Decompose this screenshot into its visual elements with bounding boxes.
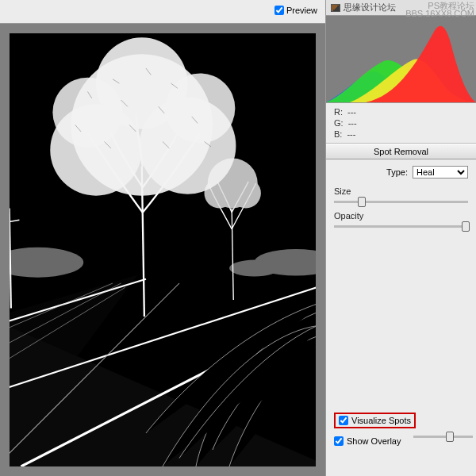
size-label: Size bbox=[334, 186, 468, 196]
panel-title-text: 思缘设计论坛 bbox=[344, 2, 396, 13]
size-slider[interactable] bbox=[334, 201, 468, 203]
opacity-label: Opacity bbox=[334, 211, 468, 221]
bottom-options: Visualize Spots Show Overlay bbox=[326, 406, 476, 460]
rgb-readout: R:--- G:--- B:--- bbox=[326, 103, 476, 144]
svg-point-23 bbox=[52, 78, 122, 148]
spot-removal-header[interactable]: Spot Removal bbox=[326, 144, 476, 159]
watermark: PS教程论坛 BBS.16XX8.COM bbox=[405, 2, 474, 17]
visualize-spots-highlight: Visualize Spots bbox=[334, 413, 416, 428]
b-value: --- bbox=[347, 129, 355, 140]
type-label: Type: bbox=[386, 167, 408, 177]
g-label: G: bbox=[334, 117, 344, 129]
type-select[interactable]: Heal bbox=[413, 166, 468, 178]
show-overlay-label: Show Overlay bbox=[347, 436, 401, 446]
visualize-spots-checkbox[interactable] bbox=[339, 416, 348, 425]
visualize-spots-canvas[interactable] bbox=[10, 33, 316, 466]
preview-checkbox[interactable] bbox=[274, 6, 284, 15]
preview-label: Preview bbox=[286, 6, 317, 15]
spot-controls: Type: Heal Size Opacity bbox=[326, 159, 476, 242]
image-viewport bbox=[0, 24, 325, 476]
profile-swatch-icon bbox=[331, 4, 340, 12]
show-overlay-checkbox[interactable] bbox=[334, 436, 344, 446]
opacity-slider[interactable] bbox=[334, 225, 468, 228]
r-label: R: bbox=[334, 106, 343, 117]
svg-point-24 bbox=[165, 73, 235, 143]
histogram[interactable] bbox=[326, 16, 476, 103]
preview-checkbox-group[interactable]: Preview bbox=[274, 6, 317, 15]
svg-point-11 bbox=[229, 260, 279, 277]
r-value: --- bbox=[347, 106, 356, 117]
g-value: --- bbox=[348, 117, 357, 129]
right-panel: 思缘设计论坛 R:--- G:--- B:--- Spot Removal Ty… bbox=[325, 0, 476, 476]
b-label: B: bbox=[334, 129, 342, 140]
svg-point-17 bbox=[231, 178, 261, 209]
visualize-spots-label: Visualize Spots bbox=[351, 416, 411, 425]
